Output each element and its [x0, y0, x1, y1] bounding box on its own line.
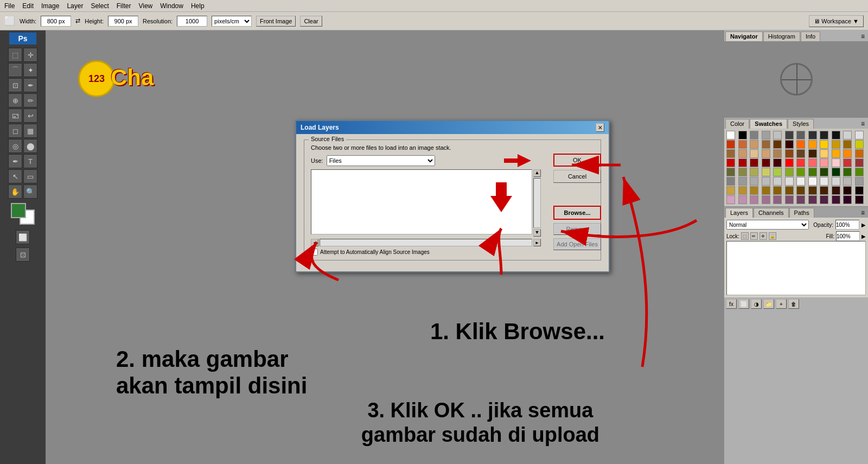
tab-styles[interactable]: Styles [788, 119, 814, 129]
swatch-69[interactable] [832, 177, 840, 186]
swatch-17[interactable] [785, 140, 794, 149]
scrollbar-down[interactable]: ▼ [533, 229, 541, 237]
swatch-4[interactable] [773, 131, 782, 139]
swatch-1[interactable] [738, 131, 747, 139]
layer-delete-button[interactable]: 🗑 [788, 299, 799, 309]
swatch-86[interactable] [750, 195, 758, 204]
browse-button[interactable]: Browse... [553, 206, 601, 220]
tab-histogram[interactable]: Histogram [763, 31, 800, 41]
swatch-39[interactable] [762, 158, 770, 167]
swatch-81[interactable] [832, 186, 840, 195]
swatch-60[interactable] [726, 177, 735, 186]
swatch-88[interactable] [773, 195, 782, 204]
swatch-41[interactable] [785, 158, 794, 167]
resolution-input[interactable] [177, 16, 207, 27]
remove-button[interactable]: Remove [553, 223, 601, 235]
width-input[interactable] [41, 16, 71, 27]
menu-layer[interactable]: Layer [67, 2, 83, 10]
dodge-tool[interactable]: ⬤ [23, 139, 37, 153]
swatch-53[interactable] [785, 168, 794, 176]
swatch-78[interactable] [796, 186, 805, 195]
hand-tool[interactable]: ✋ [8, 185, 22, 199]
swatch-40[interactable] [773, 158, 782, 167]
swatch-89[interactable] [785, 195, 794, 204]
auto-align-checkbox[interactable] [311, 249, 318, 256]
swatch-72[interactable] [726, 186, 735, 195]
cancel-button[interactable]: Cancel [553, 170, 601, 183]
swatch-56[interactable] [820, 168, 828, 176]
height-input[interactable] [108, 16, 138, 27]
swatch-20[interactable] [820, 140, 828, 149]
swatch-55[interactable] [808, 168, 817, 176]
swatch-92[interactable] [820, 195, 828, 204]
quick-select-tool[interactable]: ✦ [23, 63, 37, 77]
swatch-77[interactable] [785, 186, 794, 195]
swatches-menu-icon[interactable]: ≡ [859, 119, 867, 129]
swatch-11[interactable] [855, 131, 864, 139]
swatch-19[interactable] [808, 140, 817, 149]
hscrollbar-right[interactable]: ► [533, 239, 541, 246]
swatch-36[interactable] [726, 158, 735, 167]
opacity-arrow[interactable]: ▶ [861, 222, 866, 228]
swatch-59[interactable] [855, 168, 864, 176]
swatch-85[interactable] [738, 195, 747, 204]
swatch-48[interactable] [726, 168, 735, 176]
swatch-38[interactable] [750, 158, 758, 167]
swatch-61[interactable] [738, 177, 747, 186]
swatch-16[interactable] [773, 140, 782, 149]
swatch-32[interactable] [820, 149, 828, 158]
swatch-71[interactable] [855, 177, 864, 186]
tab-layers[interactable]: Layers [725, 208, 753, 218]
type-tool[interactable]: T [23, 154, 37, 168]
hscrollbar-left[interactable]: ◄ [311, 239, 318, 246]
foreground-color-swatch[interactable] [11, 203, 26, 218]
swatch-91[interactable] [808, 195, 817, 204]
swatch-15[interactable] [762, 140, 770, 149]
layer-fx-button[interactable]: fx [726, 299, 737, 309]
menu-help[interactable]: Help [191, 2, 205, 10]
crop-tool[interactable]: ⊡ [8, 78, 22, 92]
tab-swatches[interactable]: Swatches [750, 119, 787, 129]
brush-tool[interactable]: ✏ [23, 93, 37, 107]
tab-info[interactable]: Info [801, 31, 820, 41]
layer-group-button[interactable]: 📁 [763, 299, 774, 309]
swatch-18[interactable] [796, 140, 805, 149]
screen-mode-tool[interactable]: ⊡ [16, 247, 30, 262]
swatch-50[interactable] [750, 168, 758, 176]
layer-mask-button[interactable]: ⬜ [738, 299, 749, 309]
swatch-0[interactable] [726, 131, 735, 139]
swatch-37[interactable] [738, 158, 747, 167]
swatch-35[interactable] [855, 149, 864, 158]
swatch-12[interactable] [726, 140, 735, 149]
swatch-64[interactable] [773, 177, 782, 186]
blend-mode-select[interactable]: Normal [726, 220, 809, 230]
swatch-51[interactable] [762, 168, 770, 176]
swatch-58[interactable] [843, 168, 852, 176]
tab-color[interactable]: Color [725, 119, 749, 129]
shape-tool[interactable]: ▭ [23, 169, 37, 183]
fill-arrow[interactable]: ▶ [861, 233, 866, 239]
swatch-28[interactable] [773, 149, 782, 158]
layer-adjustment-button[interactable]: ◑ [751, 299, 762, 309]
lock-position-icon[interactable]: ✛ [760, 232, 767, 240]
swatch-26[interactable] [750, 149, 758, 158]
swatch-87[interactable] [762, 195, 770, 204]
lock-all-icon[interactable]: 🔒 [769, 232, 776, 240]
swatch-44[interactable] [820, 158, 828, 167]
lasso-tool[interactable]: ⌒ [8, 63, 22, 77]
swatch-73[interactable] [738, 186, 747, 195]
swatch-29[interactable] [785, 149, 794, 158]
swatch-52[interactable] [773, 168, 782, 176]
swatch-75[interactable] [762, 186, 770, 195]
history-brush-tool[interactable]: ↩ [23, 109, 37, 123]
dialog-close-button[interactable]: ✕ [596, 123, 604, 132]
swatch-82[interactable] [843, 186, 852, 195]
workspace-button[interactable]: 🖥 Workspace ▼ [809, 15, 864, 27]
swatch-68[interactable] [820, 177, 828, 186]
swatch-7[interactable] [808, 131, 817, 139]
menu-image[interactable]: Image [41, 2, 59, 10]
lock-image-icon[interactable]: ✏ [750, 232, 758, 240]
eyedropper-tool[interactable]: ✒ [23, 78, 37, 92]
layer-new-button[interactable]: + [776, 299, 787, 309]
front-image-button[interactable]: Front Image [256, 16, 296, 27]
